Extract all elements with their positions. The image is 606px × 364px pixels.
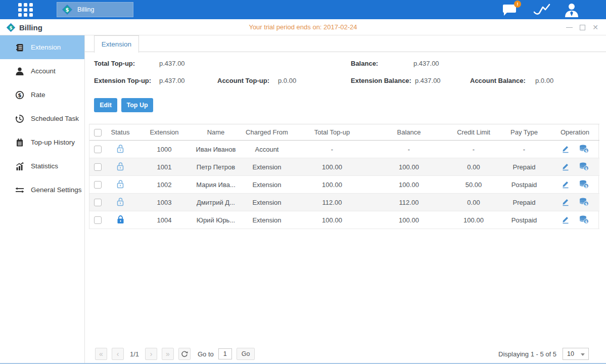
credit-limit-cell: 0.00 <box>449 158 498 176</box>
col-charged-from: Charged From <box>238 124 296 141</box>
billing-logo-icon: $ <box>6 23 16 32</box>
row-checkbox[interactable] <box>94 163 102 171</box>
refresh-button[interactable] <box>178 348 191 360</box>
close-icon[interactable]: ✕ <box>592 24 599 31</box>
extensions-table: Status Extension Name Charged From Total… <box>89 124 599 229</box>
status-cell <box>106 176 135 194</box>
charged-from-cell: Extension <box>238 211 296 229</box>
col-status: Status <box>106 124 135 141</box>
extension-balance-label: Extension Balance: <box>351 77 411 84</box>
unlocked-icon[interactable] <box>116 144 125 155</box>
maximize-icon[interactable] <box>579 24 586 31</box>
col-extension: Extension <box>135 124 194 141</box>
total-topup-cell: 100.00 <box>296 211 368 229</box>
pagination-bar: « ‹ 1/1 › » Go to Go Displaying 1 - 5 of… <box>95 347 589 361</box>
extension-cell: 1003 <box>135 194 194 211</box>
sidebar-item-rate[interactable]: $ Rate <box>0 83 84 107</box>
charged-from-cell: Extension <box>238 176 296 194</box>
total-topup-cell: 100.00 <box>296 176 368 194</box>
total-topup-cell: - <box>296 141 368 158</box>
credit-limit-cell: 100.00 <box>449 211 498 229</box>
credit-limit-cell: 50.00 <box>449 176 498 194</box>
sidebar-item-general-settings[interactable]: General Settings <box>0 178 84 202</box>
select-all-checkbox[interactable] <box>94 129 102 136</box>
sidebar-item-topup-history[interactable]: Top-up History <box>0 130 84 154</box>
edit-row-icon[interactable] <box>561 215 570 225</box>
page-size-value: 10 <box>563 350 574 357</box>
user-icon[interactable] <box>563 3 580 19</box>
status-cell <box>106 194 135 211</box>
goto-label: Go to <box>198 350 214 358</box>
last-page-button[interactable]: » <box>162 348 174 360</box>
top-up-row-icon[interactable]: $ <box>579 162 589 172</box>
extension-cell: 1002 <box>135 176 194 194</box>
row-checkbox[interactable] <box>94 216 102 224</box>
tab-strip: Extension <box>85 35 606 52</box>
go-button[interactable]: Go <box>237 348 255 360</box>
main-content: Extension Total Top-up: p.437.00 Balance… <box>85 35 606 364</box>
sidebar-item-statistics[interactable]: Statistics <box>0 154 84 178</box>
svg-text:$: $ <box>585 148 588 153</box>
unlocked-icon[interactable] <box>116 179 125 190</box>
status-cell <box>106 158 135 176</box>
status-cell <box>106 141 135 158</box>
balance-value: p.437.00 <box>413 60 439 67</box>
top-up-row-icon[interactable]: $ <box>579 144 589 155</box>
top-up-row-icon[interactable]: $ <box>579 215 589 225</box>
first-page-button[interactable]: « <box>95 348 107 360</box>
taskbar-billing-tab[interactable]: $ Billing <box>57 2 133 17</box>
edit-row-icon[interactable] <box>561 179 570 190</box>
total-topup-cell: 100.00 <box>296 158 368 176</box>
edit-row-icon[interactable] <box>561 162 570 172</box>
svg-text:$: $ <box>9 25 12 30</box>
sidebar-item-scheduled-task[interactable]: Scheduled Task <box>0 107 84 130</box>
apps-grid-icon[interactable] <box>18 3 33 17</box>
minimize-icon[interactable] <box>566 24 573 31</box>
svg-text:$: $ <box>585 166 588 170</box>
goto-page-input[interactable] <box>218 348 232 359</box>
row-checkbox[interactable] <box>94 146 102 153</box>
account-topup-label: Account Top-up: <box>217 77 269 84</box>
operation-cell: $ <box>550 158 599 176</box>
sidebar-item-extension[interactable]: Extension <box>0 35 84 59</box>
name-cell: Иван Иванов <box>194 141 238 158</box>
table-row: 1001 Петр Петров Extension 100.00 100.00… <box>89 158 599 176</box>
row-checkbox[interactable] <box>94 181 102 189</box>
account-topup-value: p.0.00 <box>278 77 296 84</box>
sidebar-item-label: Rate <box>31 91 45 99</box>
messages-icon[interactable]: ! <box>502 3 518 18</box>
status-cell <box>106 211 135 229</box>
table-row: 1003 Дмитрий Д... Extension 112.00 112.0… <box>89 194 599 211</box>
sidebar-item-label: Top-up History <box>31 139 75 146</box>
window-controls: ✕ <box>566 19 599 35</box>
operation-cell: $ <box>550 194 599 211</box>
name-cell: Мария Ива... <box>194 176 238 194</box>
locked-icon[interactable] <box>116 215 125 225</box>
credit-limit-cell: 0.00 <box>449 194 498 211</box>
sidebar-item-account[interactable]: Account <box>0 59 84 83</box>
pay-type-cell: - <box>498 141 550 158</box>
prev-page-button[interactable]: ‹ <box>112 348 124 360</box>
top-up-button[interactable]: Top Up <box>121 98 153 112</box>
statistics-bars-icon <box>15 162 24 171</box>
displaying-text: Displaying 1 - 5 of 5 <box>498 350 556 358</box>
statistics-chart-icon[interactable] <box>533 3 550 18</box>
tab-extension[interactable]: Extension <box>94 35 139 53</box>
col-total-topup: Total Top-up <box>296 124 368 141</box>
sidebar-item-label: Account <box>31 67 56 75</box>
next-page-button[interactable]: › <box>145 348 157 360</box>
row-checkbox[interactable] <box>94 199 102 206</box>
top-up-row-icon[interactable]: $ <box>579 179 589 190</box>
edit-row-icon[interactable] <box>561 197 570 208</box>
page-size-select[interactable]: 10 <box>563 348 589 360</box>
extension-balance-value: p.437.00 <box>415 77 441 84</box>
edit-row-icon[interactable] <box>561 144 570 155</box>
unlocked-icon[interactable] <box>116 197 125 208</box>
top-up-row-icon[interactable]: $ <box>579 197 589 208</box>
operation-cell: $ <box>550 141 599 158</box>
table-row: 1004 Юрий Юрь... Extension 100.00 100.00… <box>89 211 599 229</box>
edit-button[interactable]: Edit <box>94 98 117 112</box>
pay-type-cell: Prepaid <box>498 194 550 211</box>
unlocked-icon[interactable] <box>116 162 125 172</box>
sidebar-item-label: Scheduled Task <box>31 115 79 122</box>
